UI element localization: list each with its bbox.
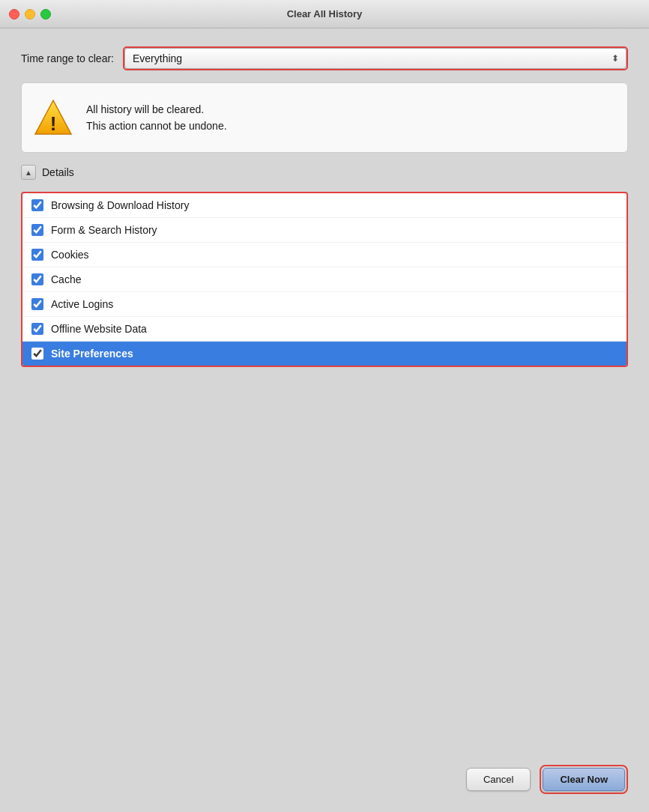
list-item[interactable]: Browsing & Download History: [22, 193, 627, 218]
list-item[interactable]: Form & Search History: [22, 218, 627, 243]
cache-label: Cache: [51, 273, 81, 285]
checkbox-list: Browsing & Download History Form & Searc…: [21, 192, 628, 367]
cache-checkbox[interactable]: [31, 273, 43, 285]
list-item[interactable]: Active Logins: [22, 292, 627, 317]
form-label: Form & Search History: [51, 224, 157, 236]
logins-label: Active Logins: [51, 298, 113, 310]
spacer: [21, 379, 628, 753]
clear-now-button[interactable]: Clear Now: [543, 768, 625, 791]
details-toggle-icon: ▲: [25, 169, 32, 177]
browsing-checkbox[interactable]: [31, 199, 43, 211]
offline-label: Offline Website Data: [51, 323, 147, 335]
list-item-selected[interactable]: Site Preferences: [22, 342, 627, 366]
details-toggle-button[interactable]: ▲: [21, 165, 36, 180]
dialog-title: Clear All History: [287, 8, 363, 19]
title-bar: Clear All History: [0, 0, 649, 28]
svg-text:!: !: [50, 112, 57, 135]
warning-text: All history will be cleared. This action…: [86, 101, 227, 135]
minimize-button[interactable]: [25, 9, 35, 19]
siteprefs-label: Site Preferences: [51, 348, 133, 360]
list-item[interactable]: Cookies: [22, 243, 627, 267]
window-controls: [9, 9, 51, 19]
time-range-select-wrapper: Last Hour Last Two Hours Last Four Hours…: [123, 46, 628, 70]
close-button[interactable]: [9, 9, 19, 19]
time-range-row: Time range to clear: Last Hour Last Two …: [21, 46, 628, 70]
details-header: ▲ Details: [21, 165, 628, 180]
list-item[interactable]: Offline Website Data: [22, 317, 627, 342]
clear-now-button-wrapper: Clear Now: [540, 765, 628, 794]
warning-box: ! All history will be cleared. This acti…: [21, 82, 628, 153]
browsing-label: Browsing & Download History: [51, 199, 189, 211]
warning-line2: This action cannot be undone.: [86, 118, 227, 134]
details-label: Details: [42, 166, 74, 178]
time-range-label: Time range to clear:: [21, 52, 114, 64]
logins-checkbox[interactable]: [31, 298, 43, 310]
warning-icon: !: [34, 98, 73, 137]
cookies-checkbox[interactable]: [31, 249, 43, 261]
form-checkbox[interactable]: [31, 224, 43, 236]
dialog-body: Time range to clear: Last Hour Last Two …: [0, 28, 649, 812]
button-row: Cancel Clear Now: [21, 765, 628, 797]
warning-line1: All history will be cleared.: [86, 101, 227, 118]
offline-checkbox[interactable]: [31, 323, 43, 335]
cancel-button[interactable]: Cancel: [466, 768, 531, 791]
siteprefs-checkbox[interactable]: [31, 348, 43, 360]
list-item[interactable]: Cache: [22, 267, 627, 292]
maximize-button[interactable]: [40, 9, 51, 19]
time-range-select[interactable]: Last Hour Last Two Hours Last Four Hours…: [124, 48, 627, 69]
cookies-label: Cookies: [51, 249, 89, 261]
